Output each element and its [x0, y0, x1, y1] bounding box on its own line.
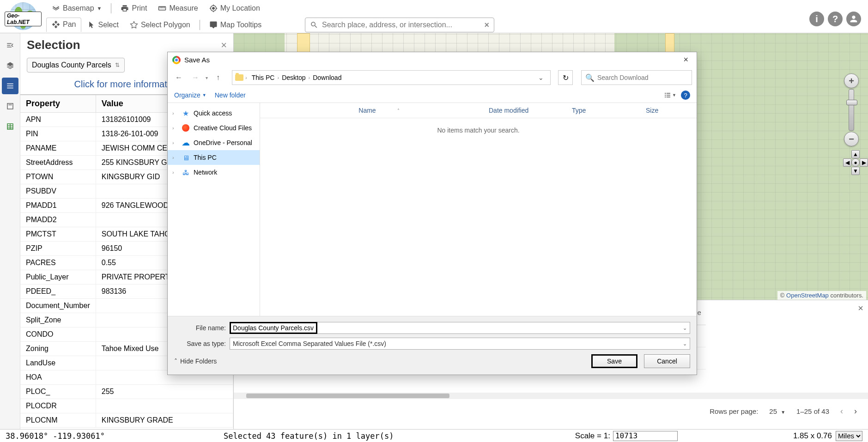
basemap-icon [52, 4, 60, 12]
app-logo[interactable]: Geo-Lab.NET [5, 1, 42, 31]
zoom-handle[interactable] [846, 100, 857, 105]
chevron-right-icon[interactable]: › [172, 140, 178, 145]
chrome-icon [172, 56, 181, 64]
zoom-in-button[interactable]: + [844, 73, 859, 88]
select-button[interactable]: Select [81, 18, 124, 32]
property-name: HOA [20, 370, 96, 385]
property-row[interactable]: PLOC_255 [20, 385, 233, 399]
user-icon[interactable] [846, 12, 861, 26]
status-coordinates: 38.96018° -119.93061° [6, 431, 218, 441]
nav-up-button[interactable]: ↑ [212, 71, 225, 84]
close-icon[interactable]: × [858, 303, 863, 314]
column-name[interactable]: Name ˄ [274, 107, 484, 114]
property-name: StreetAddress [20, 156, 96, 170]
pan-down[interactable]: ▼ [851, 167, 860, 175]
info-icon[interactable]: i [809, 12, 824, 26]
pan-right[interactable]: ▶ [860, 158, 868, 167]
rail-menu-icon[interactable] [2, 37, 18, 54]
help-icon[interactable]: ? [828, 12, 843, 26]
separator [111, 3, 111, 13]
property-row[interactable]: PLOCNMKINGSBURY GRADE [20, 413, 233, 428]
dialog-search[interactable]: 🔍 [581, 70, 692, 85]
chevron-right-icon[interactable]: › [172, 170, 178, 175]
pan-button[interactable]: Pan [46, 18, 81, 32]
column-type[interactable]: Type [567, 107, 641, 114]
column-property[interactable]: Property [20, 95, 96, 113]
toolbar-row-1: Basemap ▼ Print Measure My Location [46, 1, 266, 15]
horizontal-scrollbar[interactable] [234, 393, 868, 399]
search-input[interactable] [322, 21, 484, 29]
chevron-right-icon[interactable]: › [172, 110, 178, 116]
tree-item[interactable]: ›☁OneDrive - Personal [168, 135, 260, 150]
scroll-thumb[interactable] [246, 394, 449, 398]
breadcrumb-item[interactable]: Desktop [279, 74, 308, 81]
filename-overflow[interactable]: ⌄ [317, 322, 690, 334]
zoom-slider[interactable] [849, 89, 854, 131]
view-options-button[interactable]: ▼ [664, 91, 676, 99]
breadcrumb-item[interactable]: This PC [249, 74, 278, 81]
units-select[interactable]: Miles [836, 431, 862, 441]
nav-forward-button[interactable]: → [189, 71, 202, 84]
map-tooltips-button[interactable]: Map Tooltips [204, 18, 267, 32]
column-date[interactable]: Date modified [484, 107, 567, 114]
mylocation-button[interactable]: My Location [204, 1, 266, 15]
tree-item[interactable]: ›🖧Network [168, 165, 260, 180]
breadcrumb-dropdown[interactable]: ⌄ [534, 74, 547, 81]
zoom-out-button[interactable]: − [844, 132, 859, 146]
select-polygon-button[interactable]: Select Polygon [124, 18, 196, 32]
refresh-button[interactable]: ↻ [558, 70, 573, 85]
search-icon: 🔍 [585, 73, 595, 82]
nav-back-button[interactable]: ← [172, 71, 185, 84]
dialog-title: Save As [184, 56, 210, 64]
basemap-button[interactable]: Basemap ▼ [46, 1, 107, 15]
caret-down-icon: ▼ [672, 93, 676, 97]
prev-page-button[interactable]: ‹ [840, 406, 843, 416]
rail-table-icon[interactable] [2, 118, 18, 135]
print-icon [121, 4, 129, 12]
filename-input[interactable] [230, 322, 317, 334]
hide-folders-button[interactable]: ˄ Hide Folders [174, 357, 217, 365]
pan-left[interactable]: ◀ [843, 158, 851, 167]
next-page-button[interactable]: › [854, 406, 857, 416]
osm-link[interactable]: OpenStreetMap [786, 292, 829, 299]
chevron-right-icon[interactable]: › [172, 155, 178, 160]
close-icon[interactable]: × [221, 39, 227, 51]
measure-button[interactable]: Measure [152, 1, 203, 15]
savetype-label: Save as type: [174, 340, 230, 347]
cancel-button[interactable]: Cancel [644, 354, 690, 368]
tree-label: Network [194, 169, 217, 176]
pan-up[interactable]: ▲ [851, 150, 860, 158]
savetype-select[interactable]: Microsoft Excel Comma Separated Values F… [230, 338, 690, 350]
organize-button[interactable]: Organize ▼ [174, 91, 206, 99]
save-button[interactable]: Save [591, 354, 637, 368]
property-row[interactable]: PLOCDR [20, 399, 233, 413]
breadcrumb-item[interactable]: Download [310, 74, 344, 81]
zoom-control: + − ▲ ▼ ◀ ▶ ● [843, 73, 860, 175]
dialog-search-input[interactable] [597, 74, 688, 81]
rail-selection-icon[interactable] [2, 78, 18, 94]
rail-panel-icon[interactable] [2, 98, 18, 115]
tree-item[interactable]: ›★Quick access [168, 106, 260, 121]
layer-dropdown[interactable]: Douglas County Parcels ⇅ [27, 58, 125, 73]
clear-icon[interactable]: × [484, 20, 489, 30]
help-button[interactable]: ? [681, 91, 690, 100]
print-button[interactable]: Print [115, 1, 152, 15]
recent-button[interactable]: ▾ [206, 75, 208, 80]
sort-icon: ⇅ [115, 62, 120, 68]
caret-down-icon: ⌄ [683, 341, 687, 347]
rail-layers-icon[interactable] [2, 57, 18, 74]
column-size[interactable]: Size [641, 107, 697, 114]
breadcrumb[interactable]: › This PC › Desktop › Download ⌄ [232, 70, 551, 85]
property-name: Public_Layer [20, 270, 96, 285]
close-icon[interactable]: × [680, 55, 692, 65]
scale-input[interactable] [613, 431, 678, 441]
search-bar[interactable]: × [305, 18, 494, 32]
top-toolbar: Geo-Lab.NET Basemap ▼ Print Measure My L… [0, 0, 868, 33]
pan-center[interactable]: ● [851, 158, 860, 167]
tree-item[interactable]: ›🖥This PC [168, 150, 260, 165]
property-value: 255 [96, 385, 233, 399]
tree-item[interactable]: ›Creative Cloud Files [168, 121, 260, 135]
new-folder-button[interactable]: New folder [215, 91, 246, 99]
chevron-right-icon[interactable]: › [172, 125, 178, 131]
rows-per-page-select[interactable]: 25 ▼ [769, 407, 785, 415]
